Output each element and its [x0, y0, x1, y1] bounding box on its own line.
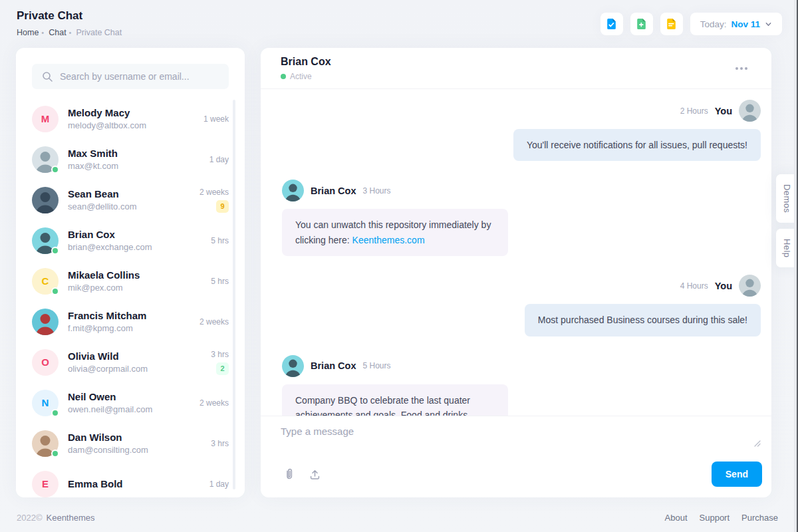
- contact-name[interactable]: Neil Owen: [68, 391, 152, 402]
- avatar: [32, 227, 59, 254]
- online-indicator: [51, 287, 59, 295]
- footer-link-about[interactable]: About: [665, 513, 688, 523]
- contact-search: [32, 64, 229, 89]
- contact-email: dam@consilting.com: [68, 445, 148, 455]
- file-lines-icon: [665, 18, 678, 31]
- contact-meta: 1 day: [209, 479, 229, 489]
- contact-info: Olivia Wildolivia@corpmail.com: [68, 350, 148, 374]
- upload-image-button[interactable]: [306, 466, 324, 483]
- contact-list-item[interactable]: OOlivia Wildolivia@corpmail.com3 hrs2: [32, 342, 229, 382]
- chat-status-label: Active: [290, 72, 312, 81]
- message-avatar: [739, 275, 761, 297]
- contact-name[interactable]: Emma Bold: [68, 478, 123, 489]
- contact-list-item[interactable]: EEmma Bold1 day: [32, 464, 229, 497]
- contact-email: mik@pex.com: [68, 283, 140, 293]
- message-author[interactable]: You: [715, 281, 732, 291]
- breadcrumb-separator: •: [69, 29, 72, 37]
- contact-email: max@kt.com: [68, 161, 118, 171]
- toolbar-file-plus-button[interactable]: [630, 13, 653, 35]
- chat-status: Active: [281, 72, 331, 81]
- contact-list-item[interactable]: Sean Beansean@dellito.com2 weeks9: [32, 180, 229, 220]
- contact-info: Brian Coxbrian@exchange.com: [68, 229, 152, 252]
- date-picker-button[interactable]: Today: Nov 11: [690, 13, 782, 35]
- message-time: 4 Hours: [680, 281, 708, 291]
- online-indicator: [51, 166, 59, 174]
- avatar: E: [32, 471, 59, 497]
- online-status-icon: [281, 74, 286, 79]
- contact-list-item[interactable]: NNeil Owenowen.neil@gmail.com2 weeks: [32, 382, 229, 423]
- toolbar-file-check-button[interactable]: [600, 13, 623, 35]
- contact-name[interactable]: Olivia Wild: [68, 350, 148, 362]
- message-link[interactable]: Keenthemes.com: [352, 235, 425, 245]
- contact-list-item[interactable]: Max Smithmax@kt.com1 day: [32, 139, 229, 180]
- contact-meta: 3 hrs: [211, 439, 229, 448]
- contact-last-seen: 1 day: [209, 155, 229, 164]
- online-indicator: [51, 409, 59, 417]
- message-avatar: [282, 355, 304, 377]
- contact-meta: 1 day: [209, 155, 229, 164]
- footer-link-support[interactable]: Support: [700, 513, 730, 523]
- contact-info: Mikaela Collinsmik@pex.com: [68, 269, 140, 293]
- contact-name[interactable]: Dan Wilson: [68, 432, 148, 443]
- avatar: [32, 146, 59, 173]
- avatar-initial: C: [42, 275, 49, 287]
- contact-list-item[interactable]: Dan Wilsondam@consilting.com3 hrs: [32, 423, 229, 464]
- contact-list: MMelody Macymelody@altbox.com1 weekMax S…: [16, 97, 245, 497]
- contact-list-item[interactable]: MMelody Macymelody@altbox.com1 week: [32, 98, 229, 139]
- chat-options-button[interactable]: [732, 63, 751, 74]
- toolbar-file-lines-button[interactable]: [660, 13, 683, 35]
- breadcrumb: Home•Chat•Private Chat: [17, 28, 122, 37]
- message-input[interactable]: [281, 426, 762, 456]
- contact-last-seen: 3 hrs: [211, 439, 229, 448]
- contact-info: Neil Owenowen.neil@gmail.com: [68, 391, 152, 414]
- chat-contact-name[interactable]: Brian Cox: [281, 56, 331, 68]
- breadcrumb-item[interactable]: Chat: [49, 28, 66, 37]
- avatar-initial: M: [41, 113, 50, 124]
- resize-handle-icon[interactable]: [753, 438, 761, 450]
- search-input[interactable]: [60, 71, 219, 82]
- unread-count-badge: 9: [216, 200, 229, 213]
- date-prefix-label: Today:: [700, 19, 727, 29]
- message-author[interactable]: Brian Cox: [311, 360, 356, 371]
- message-bubble: Company BBQ to celebrate the last quater…: [282, 384, 508, 416]
- contact-last-seen: 1 day: [209, 479, 229, 489]
- contact-info: Max Smithmax@kt.com: [68, 148, 118, 171]
- message-author[interactable]: You: [715, 106, 732, 116]
- contact-meta: 5 hrs: [211, 277, 229, 286]
- contact-list-item[interactable]: Brian Coxbrian@exchange.com5 hrs: [32, 220, 229, 261]
- page-header: Private Chat Home•Chat•Private Chat: [17, 9, 122, 37]
- send-button[interactable]: Send: [712, 462, 762, 487]
- paperclip-icon: [283, 467, 295, 481]
- file-check-icon: [605, 18, 618, 31]
- footer-link-purchase[interactable]: Purchase: [741, 513, 778, 523]
- breadcrumb-item: Private Chat: [76, 28, 122, 37]
- message-author[interactable]: Brian Cox: [311, 186, 356, 196]
- contact-name[interactable]: Mikaela Collins: [68, 269, 140, 281]
- contact-email: sean@dellito.com: [68, 201, 137, 211]
- search-icon: [42, 71, 53, 82]
- contact-email: owen.neil@gmail.com: [68, 404, 152, 414]
- breadcrumb-item[interactable]: Home: [17, 28, 39, 37]
- message-avatar: [282, 180, 304, 201]
- contact-last-seen: 1 week: [203, 114, 229, 124]
- file-plus-icon: [635, 18, 648, 31]
- contact-list-scrollbar[interactable]: [233, 100, 235, 489]
- chat-panel: Brian Cox Active 2 HoursYouYou'll receiv…: [261, 48, 771, 497]
- footer: 2022© Keenthemes AboutSupportPurchase: [17, 508, 778, 527]
- contact-list-item[interactable]: Francis Mitchamf.mit@kpmg.com2 weeks: [32, 301, 229, 342]
- contact-info: Francis Mitchamf.mit@kpmg.com: [68, 310, 146, 333]
- contact-name[interactable]: Melody Macy: [68, 107, 146, 118]
- unread-count-badge: 2: [216, 362, 229, 375]
- contact-list-item[interactable]: CMikaela Collinsmik@pex.com5 hrs: [32, 261, 229, 301]
- contact-name[interactable]: Max Smith: [68, 148, 118, 159]
- contact-name[interactable]: Sean Bean: [68, 188, 137, 200]
- window-scrollbar[interactable]: [794, 0, 798, 532]
- attach-file-button[interactable]: [281, 465, 298, 483]
- message-avatar: [739, 100, 761, 122]
- contact-name[interactable]: Brian Cox: [68, 229, 152, 240]
- avatar: N: [32, 390, 59, 416]
- contact-meta: 2 weeks: [200, 317, 229, 327]
- contact-name[interactable]: Francis Mitcham: [68, 310, 146, 321]
- contact-meta: 1 week: [203, 114, 229, 124]
- footer-brand-link[interactable]: Keenthemes: [47, 513, 95, 523]
